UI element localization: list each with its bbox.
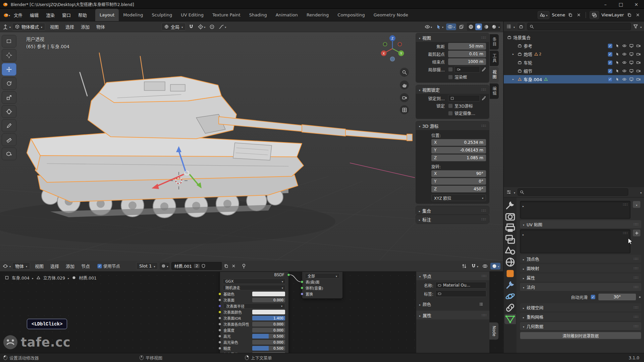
panel-顶点色[interactable]: 顶点色 [520,255,641,263]
input-socket[interactable] [218,335,221,338]
input-socket[interactable] [218,341,221,344]
input-socket[interactable] [218,316,221,319]
auto-smooth-checkbox[interactable] [591,295,595,299]
viewport-disable-icon[interactable] [629,77,634,81]
render-disable-icon[interactable] [636,44,641,48]
overlays-toggle[interactable] [481,263,489,269]
viewlayer-name[interactable]: ViewLayer [601,12,624,17]
node-sidebar-tab[interactable]: Node [489,322,498,340]
outliner-item-参考[interactable]: 参考 [504,42,644,50]
sidebar-tab-条目[interactable]: 条目 [490,34,499,50]
lock-object-field[interactable] [448,95,480,102]
xray-toggle[interactable] [458,23,466,30]
display-mode-dropdown[interactable] [517,22,525,31]
number-field-焦距[interactable]: 50 mm [448,43,486,50]
presets-icon[interactable] [479,302,483,306]
viewlayer-browse-button[interactable] [590,11,599,19]
input-socket[interactable] [218,292,221,295]
fake-user-icon[interactable] [201,264,206,268]
node-name-field[interactable]: Material Ou... [435,282,486,289]
exclude-checkbox[interactable] [608,60,612,65]
viewport-menu-0[interactable]: 视图 [47,23,62,30]
workspace-tab-Rendering[interactable]: Rendering [302,9,333,21]
specials-menu-button[interactable] [633,201,641,208]
workspace-tab-Texture Paint[interactable]: Texture Paint [208,9,245,21]
expand-icon[interactable] [513,78,516,81]
tab-render[interactable] [504,212,516,222]
exclude-checkbox[interactable] [608,44,612,48]
viewport-disable-icon[interactable] [629,60,634,65]
number-field-裁剪起点[interactable]: 0.01 m [448,51,486,57]
section-header[interactable]: 标注 [416,215,489,224]
tool-scale[interactable] [2,91,16,104]
rotation-mode-dropdown[interactable]: XYZ 欧拉 [431,194,486,201]
navigation-gizmo[interactable]: Z X Y [378,34,408,64]
scene-name[interactable]: Scene [552,12,565,17]
shader-socket[interactable] [287,273,290,276]
bsdf-dropdown-GGX[interactable]: GGX [223,279,286,284]
shading-material-button[interactable] [483,23,490,30]
node-canvas[interactable]: 车身.004 立方体.029 材质.001 BSDF GGX随机游走 基础色次表… [0,272,503,353]
snap-toggle[interactable] [187,23,195,30]
material-browse-button[interactable] [159,262,170,270]
render-disable-icon[interactable] [636,77,641,81]
material-output-node[interactable]: 全部 表(曲)面体积(音量)置换 [302,272,343,299]
input-socket[interactable] [301,293,304,296]
viewlayer-copy-button[interactable] [626,12,632,18]
lock-to-cursor-checkbox[interactable] [448,104,453,108]
viewport-disable-icon[interactable] [629,52,634,56]
outliner-search-input[interactable] [527,23,631,30]
eyedropper-icon[interactable] [482,67,486,72]
material-copy-button[interactable] [223,263,229,269]
selectable-icon[interactable] [615,77,620,81]
panel-uv-maps[interactable]: UV 贴图 [520,220,641,228]
tool-rotate[interactable] [2,77,16,90]
hide-icon[interactable] [622,52,627,56]
tab-physics[interactable] [504,291,516,301]
shader-menu-2[interactable]: 添加 [62,263,78,269]
sidebar-tab-编辑[interactable]: 编辑 [490,83,499,99]
gizmos-dropdown[interactable] [435,23,445,30]
pin-icon[interactable] [241,263,247,269]
axis-field-Z[interactable]: Z1.085 m [431,155,486,161]
editor-type-icon[interactable] [3,263,8,269]
hide-icon[interactable] [622,77,627,81]
selectable-icon[interactable] [615,69,620,73]
topbar-menu-1[interactable]: 编辑 [26,12,42,18]
principled-bsdf-node[interactable]: BSDF GGX随机游走 基础色次表面0.000次表面半径次表面颜色次表面IOR… [220,272,289,353]
color-swatch[interactable] [252,292,285,296]
tab-modifier[interactable] [504,280,516,290]
proportional-edit-toggle[interactable] [208,23,216,30]
preview-sphere-toggle[interactable] [490,263,500,269]
outliner-item-车轮[interactable]: 车轮 [504,58,644,67]
viewlayer-remove-button[interactable] [635,12,641,18]
panel-重构网格[interactable]: 重构网格 [520,313,641,321]
exclude-checkbox[interactable] [608,52,612,57]
viewport-menu-1[interactable]: 选择 [62,23,77,30]
tool-move[interactable] [2,63,16,76]
bsdf-output-socket[interactable]: BSDF [220,272,288,278]
lock-camera-checkbox[interactable] [448,111,453,116]
axis-field-Y[interactable]: Y0° [431,178,486,185]
minimize-button[interactable]: – [598,0,613,8]
tab-tool[interactable] [504,200,516,210]
shading-rendered-button[interactable] [491,23,497,30]
scene-unlink-button[interactable] [576,12,582,18]
tab-viewlayer[interactable] [504,234,516,244]
vertex-groups-list[interactable] [520,201,631,219]
input-socket[interactable] [218,328,221,331]
shading-solid-button[interactable] [475,23,482,30]
value-slider[interactable]: 0.000 [252,298,285,302]
shading-wireframe-button[interactable] [468,23,474,30]
snap-toggle[interactable] [470,263,480,269]
hide-icon[interactable] [622,44,627,48]
shader-menu-1[interactable]: 选择 [47,263,62,269]
auto-smooth-angle-field[interactable]: 30° [598,294,636,300]
axis-field-X[interactable]: X90° [431,170,486,177]
input-socket[interactable] [301,287,304,290]
workspace-tab-Geometry Node[interactable]: Geometry Node [369,9,413,21]
color-swatch[interactable] [252,310,285,314]
outliner-item-车身.004[interactable]: 车身.004 [504,75,644,83]
filter-icon[interactable] [633,24,638,29]
workspace-tab-Compositing[interactable]: Compositing [333,9,369,21]
